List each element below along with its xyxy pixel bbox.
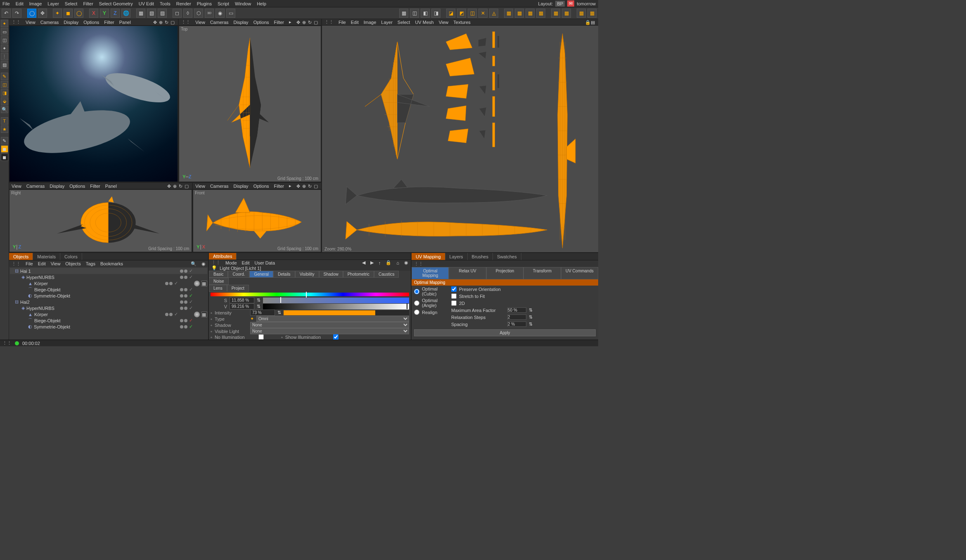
vp-zoom-icon[interactable]: ⊕ [302, 184, 307, 189]
tab-objects[interactable]: Objects [9, 253, 33, 260]
menu-file[interactable]: File [2, 1, 10, 6]
vp-filter[interactable]: Filter [104, 20, 114, 25]
layout-dropdown[interactable]: BP [555, 1, 565, 7]
vp-view[interactable]: View [195, 184, 205, 189]
uv-layers-icon[interactable]: ▤ [591, 20, 596, 25]
attr-menu-mode[interactable]: Mode [225, 260, 237, 265]
uv-tab-relax[interactable]: Relax UV [449, 267, 486, 279]
point-tool[interactable]: ⋮ [1, 53, 8, 60]
menu-layer[interactable]: Layer [47, 1, 59, 6]
uv-tool-5[interactable]: ◪ [446, 9, 455, 18]
type-select[interactable]: Omni [256, 316, 409, 322]
vp-max-icon[interactable]: ▢ [185, 184, 189, 189]
vp-arrow-icon[interactable]: ▸ [289, 183, 291, 189]
val-slider[interactable] [263, 304, 409, 310]
vp-zoom-icon[interactable]: ⊕ [159, 20, 164, 25]
vp-display[interactable]: Display [234, 184, 249, 189]
vp-options[interactable]: Options [253, 184, 269, 189]
color-swatch-2[interactable]: ◼ [1, 154, 8, 161]
check-preserve[interactable] [451, 286, 457, 292]
vp-nav-icon[interactable]: ✥ [153, 20, 158, 25]
obj-menu-file[interactable]: File [26, 261, 33, 266]
uv-layer[interactable]: Layer [381, 20, 393, 25]
nav-fwd-icon[interactable]: ▶ [370, 260, 374, 265]
uv-tool-17[interactable]: ▦ [587, 9, 597, 18]
menu-plugins[interactable]: Plugins [197, 1, 212, 6]
uv-tool-12[interactable]: ▦ [526, 9, 535, 18]
uv-tool-8[interactable]: ✕ [478, 9, 488, 18]
render-settings-button[interactable]: ▨ [158, 9, 167, 18]
vp-panel[interactable]: Panel [105, 184, 117, 189]
tree-item[interactable]: ◐Symmetrie-Objekt✓ [10, 293, 207, 299]
spacing-input[interactable] [507, 321, 526, 327]
vp-zoom-icon[interactable]: ⊕ [173, 184, 178, 189]
spinner-icon[interactable]: ⇅ [529, 307, 533, 313]
primitive-cube-button[interactable]: ◻ [173, 9, 182, 18]
nav-up-icon[interactable]: ↑ [379, 260, 381, 265]
tree-item[interactable]: ⊟Hai2✓ [10, 299, 207, 305]
menu-select-geometry[interactable]: Select Geometry [99, 1, 133, 6]
intensity-input[interactable] [250, 310, 275, 316]
vp-view[interactable]: View [12, 184, 21, 189]
attr-menu-edit[interactable]: Edit [242, 260, 250, 265]
uv-file[interactable]: File [339, 20, 346, 25]
uv-tab-transform[interactable]: Transform [523, 267, 561, 279]
uv-edit[interactable]: Edit [351, 20, 359, 25]
radio-realign[interactable] [414, 310, 419, 315]
radio-optimal-angle[interactable] [414, 300, 419, 306]
vp-arrow-icon[interactable]: ▸ [289, 19, 291, 25]
object-tool[interactable]: ◫ [1, 36, 8, 44]
menu-filter[interactable]: Filter [83, 1, 93, 6]
uv-tool-9[interactable]: ◬ [489, 9, 498, 18]
vp-display[interactable]: Display [50, 184, 64, 189]
uv-select[interactable]: Select [398, 20, 410, 25]
vp-rotate-icon[interactable]: ↻ [308, 20, 313, 25]
axis-tool[interactable]: ✦ [1, 45, 8, 52]
attr-tab-basic[interactable]: Basic [209, 271, 228, 278]
show-illum-checkbox[interactable] [333, 334, 339, 340]
attr-tab-coord[interactable]: Coord. [228, 271, 249, 278]
grip-icon[interactable]: ⋮⋮ [12, 261, 21, 267]
hue-slider[interactable] [211, 293, 409, 296]
grip-icon[interactable]: ⋮⋮ [181, 19, 190, 25]
eraser-tool[interactable]: ◫ [1, 81, 8, 88]
nav-lock-icon[interactable]: 🔒 [386, 260, 391, 265]
attr-tab-photometric[interactable]: Photometric [343, 271, 374, 278]
menu-window[interactable]: Window [235, 1, 251, 6]
y-lock-button[interactable]: Y [100, 9, 109, 18]
objects-tree[interactable]: ⊟Hai 1✓◈HyperNURBS✓▲Körper✓▦⌒Biege-Objek… [9, 267, 208, 340]
spinner-icon[interactable]: ⇅ [529, 314, 533, 320]
nav-tag-icon[interactable]: ◉ [404, 260, 408, 265]
tab-swatches[interactable]: Swatches [493, 253, 521, 260]
viewport-top[interactable]: Top Y─Z Grid Spacin [179, 26, 321, 182]
eyedropper-tool[interactable]: ✎ [1, 137, 8, 144]
vp-rotate-icon[interactable]: ↻ [308, 184, 313, 189]
attr-tab-lens[interactable]: Lens [209, 285, 227, 292]
eye-icon[interactable]: ◉ [201, 261, 206, 267]
radio-optimal-cubic[interactable] [414, 289, 419, 294]
vp-nav-icon[interactable]: ✥ [296, 20, 301, 25]
uv-tab-projection[interactable]: Projection [486, 267, 523, 279]
uv-mesh[interactable]: UV Mesh [415, 20, 433, 25]
shadow-select[interactable]: None [250, 322, 409, 328]
vp-options[interactable]: Options [69, 184, 85, 189]
search-icon[interactable]: 🔍 [191, 261, 197, 267]
render-region-button[interactable]: ▧ [147, 9, 156, 18]
grip-icon[interactable]: ⋮⋮ [211, 260, 220, 265]
uv-lock-icon[interactable]: 🔒 [585, 20, 590, 25]
menu-edit[interactable]: Edit [16, 1, 24, 6]
tree-item[interactable]: ⌒Biege-Objekt✓ [10, 317, 207, 324]
vp-rotate-icon[interactable]: ↻ [179, 184, 184, 189]
vp-cameras[interactable]: Cameras [210, 20, 229, 25]
paint-tool[interactable]: ◨ [1, 89, 8, 97]
uv-view[interactable]: View [439, 20, 449, 25]
vp-view[interactable]: View [195, 20, 205, 25]
edge-tool[interactable]: ▨ [1, 61, 8, 69]
vp-zoom-icon[interactable]: ⊕ [302, 20, 307, 25]
vp-cameras[interactable]: Cameras [210, 184, 229, 189]
apply-button[interactable]: Apply [414, 329, 596, 336]
attr-tab-visibility[interactable]: Visibility [295, 271, 319, 278]
deformer-button[interactable]: ⬡ [194, 9, 203, 18]
no-illum-checkbox[interactable] [258, 334, 264, 340]
brush-tool[interactable]: ✎ [1, 73, 8, 80]
